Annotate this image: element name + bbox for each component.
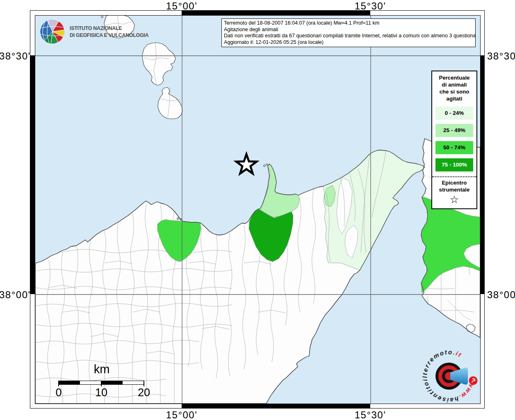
- ingv-text-line1: ISTITUTO NAZIONALE: [70, 25, 148, 32]
- frame-band-right: [480, 55, 485, 294]
- scale-tick-label-0: 0: [46, 386, 71, 399]
- legend: Percentuale di animali che si sono agita…: [431, 71, 477, 209]
- legend-title-line: che si sono: [432, 88, 476, 95]
- legend-swatches: 0 - 24% 25 - 49% 50 - 74% 75 - 100%: [432, 107, 476, 171]
- title-line-subject: Agitazione degli animali: [224, 27, 473, 33]
- ingv-logo: ISTITUTO NAZIONALE DI GEOFISICA E VULCAN…: [39, 18, 155, 45]
- scale-tick: [58, 381, 59, 386]
- scale-tick: [101, 381, 102, 386]
- legend-epicenter-label: Epicentro strumentale: [432, 179, 476, 193]
- ingv-logo-text: ISTITUTO NAZIONALE DI GEOFISICA E VULCAN…: [70, 25, 148, 39]
- scale-unit-label: km: [53, 363, 150, 376]
- legend-title-line: di animali: [432, 81, 476, 88]
- title-line-disclaimer: Dati non verificati estratti da 67 quest…: [224, 33, 473, 39]
- epicenter-star-icon: ☆: [432, 194, 476, 205]
- scale-segment: [80, 381, 101, 384]
- axis-label-top-right: 15°30': [342, 0, 399, 12]
- scale-tick-label-20: 20: [132, 386, 156, 399]
- title-line-updated: Aggiornato il: 12-01-2026 05:25 (ora loc…: [224, 39, 473, 46]
- watermark-logo: www.haisentitoilterremoto.it ?: [418, 345, 481, 409]
- title-box: Terremoto del 18-08-2007 16:04:07 (ora l…: [221, 18, 476, 47]
- map-canvas: [35, 15, 481, 404]
- axis-label-bottom-left: 15°00': [153, 409, 210, 420]
- legend-title-line: Percentuale: [432, 74, 476, 81]
- frame-band-left: [30, 55, 35, 294]
- scale-segment: [59, 381, 80, 384]
- legend-swatch-75-100: 75 - 100%: [435, 158, 473, 171]
- map-svg: [35, 16, 480, 404]
- axis-label-right-upper: 38°30': [487, 50, 515, 62]
- scale-bar: km 0 10 20: [53, 363, 160, 404]
- scale-segment: [123, 381, 144, 384]
- watermark-svg: www.haisentitoilterremoto.it ?: [418, 345, 481, 407]
- ingv-text-line2: DI GEOFISICA E VULCANOLOGIA: [70, 32, 148, 39]
- scale-tick-label-10: 10: [89, 386, 114, 399]
- map-page: 15°00' 15°30' 15°00' 15°30' 38°30' 38°00…: [0, 0, 515, 420]
- scale-tick: [144, 381, 144, 386]
- axis-label-bottom-right: 15°30': [342, 409, 399, 420]
- axis-label-top-left: 15°00': [153, 0, 210, 12]
- legend-divider: [432, 176, 476, 177]
- question-icon: ?: [469, 377, 478, 385]
- legend-title-line: agitati: [432, 95, 476, 102]
- axis-label-right-lower: 38°00': [487, 289, 515, 301]
- legend-swatch-50-74: 50 - 74%: [435, 141, 473, 154]
- legend-swatch-0-24: 0 - 24%: [435, 107, 473, 120]
- legend-title: Percentuale di animali che si sono agita…: [432, 74, 476, 103]
- scale-segment: [101, 381, 123, 384]
- legend-swatch-25-49: 25 - 49%: [435, 124, 473, 137]
- title-line-event: Terremoto del 18-08-2007 16:04:07 (ora l…: [224, 20, 473, 27]
- axis-label-left-lower: 38°00': [0, 289, 28, 301]
- ingv-globe-icon: [39, 18, 66, 45]
- axis-label-left-upper: 38°30': [0, 50, 28, 62]
